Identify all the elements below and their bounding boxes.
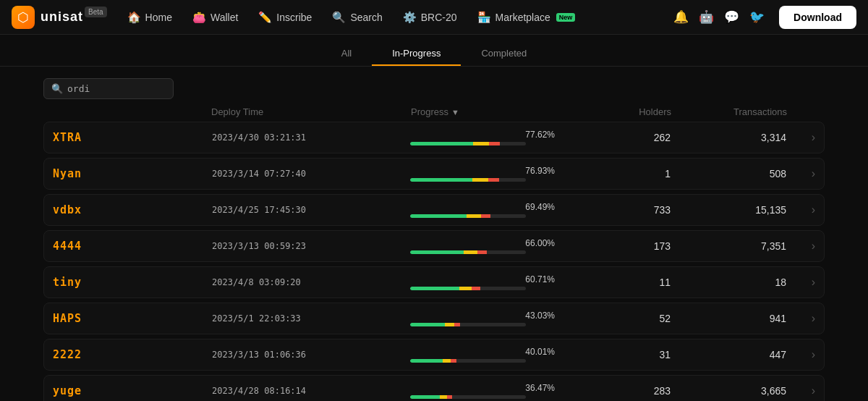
nav-marketplace[interactable]: 🏪 Marketplace New — [469, 7, 584, 28]
progress-green — [410, 214, 467, 218]
search-icon: 🔍 — [332, 11, 346, 24]
progress-bar — [410, 287, 526, 290]
tab-completed[interactable]: Completed — [461, 42, 547, 66]
sub-nav: All In-Progress Completed — [0, 35, 868, 67]
progress-yellow — [443, 359, 451, 363]
nav-brc20-label: BRC-20 — [421, 12, 457, 23]
table-row[interactable]: XTRA 2023/4/30 03:21:31 77.62% 262 3,314… — [43, 122, 825, 153]
table-header: Deploy Time Progress ▼ Holders Transacti… — [43, 106, 825, 117]
progress-pct: 60.71% — [410, 274, 555, 284]
progress-yellow — [459, 287, 472, 290]
progress-yellow — [464, 250, 477, 254]
tab-all[interactable]: All — [321, 42, 372, 66]
row-chevron: › — [786, 240, 815, 253]
row-chevron: › — [786, 131, 815, 144]
transactions-value: 3,314 — [671, 132, 786, 143]
ticker-name: 4444 — [53, 240, 212, 253]
progress-yellow — [467, 214, 481, 218]
transactions-value: 508 — [671, 168, 786, 180]
nav-inscribe[interactable]: ✏️ Inscribe — [250, 7, 320, 28]
logo-text: unisat — [41, 9, 83, 25]
ticker-name: vdbx — [53, 203, 212, 216]
progress-red — [451, 359, 456, 363]
deploy-time: 2023/4/28 08:16:14 — [212, 386, 410, 396]
table-row[interactable]: 4444 2023/3/13 00:59:23 66.00% 173 7,351… — [43, 230, 825, 262]
transactions-value: 941 — [671, 313, 786, 324]
holders-value: 283 — [555, 385, 671, 397]
nav-wallet[interactable]: 👛 Wallet — [184, 7, 247, 28]
progress-bar — [410, 395, 526, 399]
progress-pct: 40.01% — [410, 347, 555, 357]
col-header-holders: Holders — [556, 106, 671, 117]
tab-in-progress[interactable]: In-Progress — [372, 42, 461, 66]
ticker-name: tiny — [53, 276, 212, 289]
twitter-icon[interactable]: 🐦 — [749, 9, 765, 25]
table-row[interactable]: yuge 2023/4/28 08:16:14 36.47% 283 3,665… — [43, 375, 825, 401]
progress-bar — [410, 250, 526, 254]
home-icon: 🏠 — [127, 11, 141, 24]
holders-value: 11 — [555, 277, 671, 288]
progress-cell: 43.03% — [410, 311, 555, 326]
col-header-progress[interactable]: Progress ▼ — [411, 106, 556, 117]
table-row[interactable]: Nyan 2023/3/14 07:27:40 76.93% 1 508 › — [43, 158, 825, 190]
ticker-name: XTRA — [53, 131, 212, 144]
row-chevron: › — [786, 384, 815, 397]
nav-search[interactable]: 🔍 Search — [323, 7, 391, 28]
deploy-time: 2023/3/13 01:06:36 — [212, 350, 410, 360]
progress-green — [410, 323, 445, 326]
row-chevron: › — [786, 167, 815, 180]
table-row[interactable]: vdbx 2023/4/25 17:45:30 69.49% 733 15,13… — [43, 194, 825, 226]
search-input-icon: 🔍 — [51, 83, 63, 94]
search-input[interactable] — [67, 83, 166, 94]
progress-red — [488, 178, 499, 182]
progress-green — [410, 178, 472, 182]
nav-search-label: Search — [350, 12, 382, 23]
progress-pct: 69.49% — [410, 202, 555, 212]
table-row[interactable]: HAPS 2023/5/1 22:03:33 43.03% 52 941 › — [43, 303, 825, 334]
discord-icon[interactable]: 💬 — [724, 9, 739, 25]
logo-icon: ⬡ — [12, 6, 35, 29]
row-chevron: › — [786, 348, 815, 361]
progress-bar — [410, 359, 526, 363]
deploy-time: 2023/3/13 00:59:23 — [212, 241, 410, 251]
transactions-value: 3,665 — [671, 385, 786, 397]
row-chevron: › — [786, 203, 815, 216]
nav-marketplace-label: Marketplace — [495, 12, 550, 23]
inscribe-icon: ✏️ — [258, 11, 272, 24]
progress-green — [410, 142, 473, 145]
row-chevron: › — [786, 312, 815, 325]
col-header-deploy: Deploy Time — [211, 106, 411, 117]
progress-yellow — [472, 178, 488, 182]
progress-red — [472, 287, 480, 290]
nav-wallet-label: Wallet — [210, 12, 238, 23]
nav-home-label: Home — [145, 12, 172, 23]
bot-icon[interactable]: 🤖 — [699, 9, 714, 25]
progress-cell: 77.62% — [410, 130, 555, 145]
sort-icon: ▼ — [451, 108, 459, 117]
col-header-chevron — [787, 106, 816, 117]
holders-value: 52 — [555, 313, 671, 324]
logo[interactable]: ⬡ unisat Beta — [12, 6, 107, 29]
brc20-icon: ⚙️ — [403, 11, 417, 24]
nav-home[interactable]: 🏠 Home — [119, 7, 181, 28]
ticker-name: yuge — [53, 384, 212, 397]
navbar: ⬡ unisat Beta 🏠 Home 👛 Wallet ✏️ Inscrib… — [0, 0, 868, 35]
row-chevron: › — [786, 276, 815, 289]
ticker-name: 2222 — [53, 348, 212, 361]
bell-icon[interactable]: 🔔 — [673, 9, 689, 25]
progress-cell: 60.71% — [410, 274, 555, 290]
table-body: XTRA 2023/4/30 03:21:31 77.62% 262 3,314… — [43, 122, 825, 401]
progress-green — [410, 250, 464, 254]
progress-yellow — [440, 395, 448, 399]
progress-cell: 76.93% — [410, 166, 555, 182]
search-box[interactable]: 🔍 — [43, 78, 174, 99]
progress-cell: 66.00% — [410, 238, 555, 254]
ticker-name: Nyan — [53, 167, 212, 180]
nav-brc20[interactable]: ⚙️ BRC-20 — [394, 7, 466, 28]
download-button[interactable]: Download — [779, 6, 856, 29]
progress-pct: 66.00% — [410, 238, 555, 248]
table-row[interactable]: 2222 2023/3/13 01:06:36 40.01% 31 447 › — [43, 339, 825, 371]
nav-right-icons: 🔔 🤖 💬 🐦 — [673, 9, 765, 25]
transactions-value: 15,135 — [671, 204, 786, 216]
table-row[interactable]: tiny 2023/4/8 03:09:20 60.71% 11 18 › — [43, 266, 825, 298]
